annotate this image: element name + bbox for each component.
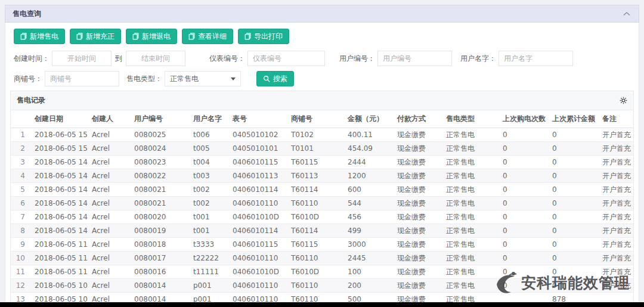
- records-table: 创建日期 创建人 用户编号 用户名字 表号 商铺号 金额（元） 付款方式 售电类…: [11, 110, 633, 307]
- table-row[interactable]: 92018-06-05 11:19:0Acrel0080018t33330406…: [11, 238, 633, 252]
- table-cell: 0080022: [131, 169, 190, 183]
- table-cell: 现金缴费: [394, 197, 442, 210]
- table-row[interactable]: 82018-06-05 14:01:3Acrel0080019t00104060…: [11, 224, 633, 238]
- export-print-button[interactable]: 导出打印: [238, 29, 289, 44]
- table-cell: 现金缴费: [394, 224, 442, 238]
- table-cell: 现金缴费: [394, 265, 442, 279]
- table-cell: 0080014: [131, 279, 190, 293]
- table-cell: 正常售电: [442, 252, 499, 265]
- new-refund-button[interactable]: 新增退电: [126, 29, 177, 44]
- table-row[interactable]: 52018-06-05 14:31:3Acrel0080021t00204060…: [11, 183, 633, 197]
- table-cell: 现金缴费: [394, 156, 442, 169]
- collapse-panel-button[interactable]: [622, 10, 631, 17]
- row-index-cell: 10: [11, 252, 31, 265]
- table-cell: T60115: [287, 156, 344, 169]
- table-cell: 0: [499, 252, 549, 265]
- table-cell: 0: [549, 252, 599, 265]
- table-cell: Acrel: [88, 224, 131, 238]
- table-cell: Acrel: [88, 142, 131, 156]
- table-cell: 0080025: [131, 128, 190, 142]
- table-cell: 544: [344, 197, 394, 210]
- shop-no-label: 商铺号：: [14, 74, 42, 84]
- column-header-create-date: 创建日期: [31, 110, 88, 128]
- table-cell: 0406010115: [229, 238, 287, 252]
- table-cell: 456: [344, 210, 394, 224]
- table-cell: 0: [499, 197, 549, 210]
- table-cell: 2444: [344, 156, 394, 169]
- user-no-input[interactable]: [377, 51, 452, 66]
- table-cell: t11111: [190, 265, 229, 279]
- table-cell: 现金缴费: [394, 128, 442, 142]
- table-cell: 现金缴费: [394, 210, 442, 224]
- table-header-row: 创建日期 创建人 用户编号 用户名字 表号 商铺号 金额（元） 付款方式 售电类…: [11, 110, 633, 128]
- table-row[interactable]: 112018-06-05 11:17:5Acrel0080016t1111104…: [11, 265, 633, 279]
- table-cell: 正常售电: [442, 224, 499, 238]
- table-row[interactable]: 12018-06-05 15:51:1Acrel0080025t00604050…: [11, 128, 633, 142]
- table-cell: 2018-06-05 15:51:1: [31, 128, 88, 142]
- start-time-input[interactable]: [52, 51, 112, 66]
- table-cell: 040601010D: [229, 210, 287, 224]
- table-row[interactable]: 22018-06-05 15:50:1Acrel0080024t00504050…: [11, 142, 633, 156]
- new-sale-button[interactable]: 新增售电: [14, 29, 65, 44]
- table-cell: 正常售电: [442, 265, 499, 279]
- table-cell: 开户首充: [599, 128, 633, 142]
- table-cell: 正常售电: [442, 197, 499, 210]
- table-cell: Acrel: [88, 279, 131, 293]
- shop-no-input[interactable]: [45, 71, 119, 86]
- table-cell: t005: [190, 142, 229, 156]
- table-cell: Acrel: [88, 183, 131, 197]
- table-cell: 0: [549, 224, 599, 238]
- table-row[interactable]: 42018-06-05 14:33:0Acrel0080022t00304060…: [11, 169, 633, 183]
- table-row[interactable]: 122018-06-05 10:53:0Acrel0080014p0010406…: [11, 279, 633, 293]
- table-cell: 0: [549, 238, 599, 252]
- new-recharge-button[interactable]: 新增充正: [70, 29, 121, 44]
- table-cell: 正常售电: [442, 169, 499, 183]
- column-header-last-purchase-count: 上次购电次数: [499, 110, 549, 128]
- table-row[interactable]: 62018-06-05 14:31:3Acrel0080021t00204060…: [11, 197, 633, 210]
- table-cell: T60114: [287, 224, 344, 238]
- table-cell: t3333: [190, 238, 229, 252]
- sale-type-select[interactable]: 正常售电: [165, 71, 241, 86]
- table-cell: 2018-06-05 14:33:2: [31, 156, 88, 169]
- view-detail-button[interactable]: 查看详细: [182, 29, 233, 44]
- table-cell: 0406010114: [229, 183, 287, 197]
- table-cell: T60110: [287, 197, 344, 210]
- table-cell: t001: [190, 210, 229, 224]
- table-cell: 正常售电: [442, 142, 499, 156]
- column-header-note: 备注: [599, 110, 633, 128]
- table-cell: T6010D: [287, 265, 344, 279]
- table-cell: 0406010114: [229, 224, 287, 238]
- table-cell: 正常售电: [442, 156, 499, 169]
- copy-doc-icon: [244, 33, 251, 40]
- table-cell: T60114: [287, 183, 344, 197]
- table-settings-button[interactable]: [620, 97, 627, 104]
- table-cell: 0080018: [131, 238, 190, 252]
- table-cell: Acrel: [88, 252, 131, 265]
- table-row[interactable]: 72018-06-05 14:30:1Acrel0080020t00104060…: [11, 210, 633, 224]
- end-time-input[interactable]: [126, 51, 185, 66]
- table-cell: 现金缴费: [394, 142, 442, 156]
- table-cell: 开户首充: [599, 279, 633, 293]
- records-table-body: 12018-06-05 15:51:1Acrel0080025t00604050…: [11, 128, 633, 307]
- table-cell: 0080016: [131, 265, 190, 279]
- table-cell: 499: [344, 224, 394, 238]
- table-row[interactable]: 102018-06-05 11:18:4Acrel0080017t2222204…: [11, 252, 633, 265]
- row-index-cell: 12: [11, 279, 31, 293]
- table-cell: 0: [549, 128, 599, 142]
- table-cell: 0: [549, 156, 599, 169]
- meter-no-input[interactable]: [247, 51, 325, 66]
- user-no-label: 用户编号：: [339, 54, 375, 64]
- search-button[interactable]: 搜索: [256, 71, 294, 86]
- table-cell: 0: [549, 169, 599, 183]
- table-cell: 2018-06-05 15:50:1: [31, 142, 88, 156]
- column-header-amount: 金额（元）: [344, 110, 394, 128]
- meter-no-label: 仪表编号：: [209, 54, 245, 64]
- column-header-user-no: 用户编号: [131, 110, 190, 128]
- user-name-input[interactable]: [499, 51, 573, 66]
- table-cell: 0406010113: [229, 169, 287, 183]
- table-cell: 2018-06-05 14:31:3: [31, 183, 88, 197]
- table-cell: 0080021: [131, 183, 190, 197]
- table-cell: Acrel: [88, 210, 131, 224]
- table-row[interactable]: 32018-06-05 14:33:2Acrel0080023t00404060…: [11, 156, 633, 169]
- column-header-pay-method: 付款方式: [394, 110, 442, 128]
